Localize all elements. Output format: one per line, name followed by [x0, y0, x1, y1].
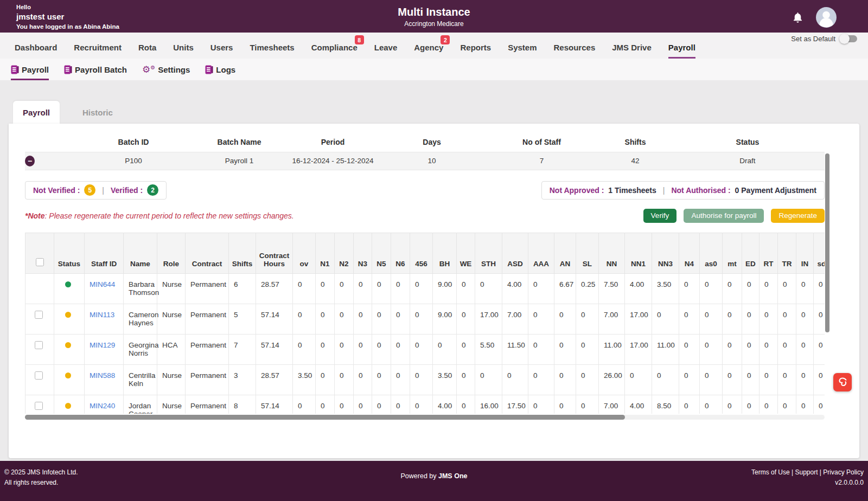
verified-label: Verified : — [111, 186, 143, 195]
staff-col-name: Name — [124, 233, 157, 273]
notifications-bell-icon[interactable] — [792, 11, 804, 24]
set-default-toggle[interactable] — [841, 35, 857, 42]
staff-value-cell-N5: 0 — [372, 364, 391, 395]
username-text: jmstest user — [16, 12, 119, 22]
staff-value-cell-ov: 0 — [293, 334, 316, 364]
vertical-scrollbar-thumb[interactable] — [825, 153, 829, 332]
nav-item-timesheets[interactable]: Timesheets — [250, 33, 294, 59]
main-nav: DashboardRecruitmentRotaUnitsUsersTimesh… — [0, 33, 868, 59]
staff-shifts-cell: 7 — [229, 334, 256, 364]
row-checkbox[interactable] — [35, 402, 43, 410]
staff-col-n4: N4 — [679, 233, 700, 273]
staff-value-cell-NN: 11.00 — [599, 334, 625, 364]
staff-col-contract-hours: Contract Hours — [256, 233, 293, 273]
authorise-for-payroll-button[interactable]: Authorise for payroll — [684, 209, 764, 223]
nav-item-payroll[interactable]: Payroll — [668, 33, 695, 59]
nav-item-agency[interactable]: Agency2 — [414, 33, 443, 59]
staff-value-cell-456: 0 — [410, 304, 433, 334]
nav-item-reports[interactable]: Reports — [460, 33, 491, 59]
staff-value-cell-WE: 0 — [457, 395, 475, 414]
staff-contract-cell: Permanent — [186, 273, 229, 304]
staff-value-cell-NN1: 4.00 — [625, 273, 652, 304]
nav-item-units[interactable]: Units — [173, 33, 194, 59]
staff-value-cell-N6: 0 — [391, 395, 410, 414]
row-checkbox[interactable] — [35, 371, 43, 380]
staff-col-sl: SL — [576, 233, 599, 273]
toggle-knob — [839, 34, 850, 44]
staff-row-MIN240: MIN240Jordan CooperNursePermanent857.140… — [25, 395, 825, 414]
subnav-item-settings[interactable]: ⚙⚙Settings — [142, 59, 190, 80]
regenerate-button[interactable]: Regenerate — [771, 209, 825, 223]
staff-contract-hours-cell: 57.14 — [256, 304, 293, 334]
note-and-actions-row: *Note: Please regenerate the current per… — [25, 209, 825, 223]
staff-value-cell-AAA: 0 — [528, 364, 554, 395]
staff-contract-cell: Permanent — [186, 334, 229, 364]
nav-item-dashboard[interactable]: Dashboard — [15, 33, 57, 59]
staff-name-cell: Cameron Haynes — [124, 304, 157, 334]
staff-id-link[interactable]: MIN113 — [90, 311, 114, 319]
staff-value-cell-BH: 4.00 — [433, 395, 457, 414]
verify-button[interactable]: Verify — [643, 209, 677, 223]
nav-item-label: Rota — [138, 43, 156, 52]
version-text: v2.0.0.0.0 — [751, 478, 864, 488]
user-avatar[interactable] — [816, 7, 837, 28]
privacy-policy-link[interactable]: Privacy Policy — [823, 468, 864, 476]
subnav-item-label: Logs — [216, 65, 235, 74]
staff-value-cell-RT: 0 — [760, 364, 778, 395]
staff-col-n1: N1 — [316, 233, 335, 273]
staff-value-cell-N5: 0 — [372, 395, 391, 414]
staff-col-sd: sd — [814, 233, 825, 273]
staff-value-cell-N1: 0 — [316, 334, 335, 364]
staff-contract-hours-cell: 28.57 — [256, 364, 293, 395]
status-dot-green — [65, 281, 71, 287]
chat-widget-button[interactable] — [833, 373, 852, 391]
subnav-item-logs[interactable]: Logs — [205, 59, 235, 80]
staff-name-cell: Jordan Cooper — [124, 395, 157, 414]
nav-item-recruitment[interactable]: Recruitment — [74, 33, 122, 59]
tab-payroll[interactable]: Payroll — [13, 101, 60, 124]
nav-item-compliance[interactable]: Compliance8 — [311, 33, 358, 59]
horizontal-scrollbar-track[interactable] — [25, 415, 825, 420]
staff-value-cell-WE: 0 — [457, 334, 475, 364]
staff-value-cell-N6: 0 — [391, 304, 410, 334]
horizontal-scrollbar-thumb[interactable] — [25, 415, 625, 420]
nav-item-system[interactable]: System — [508, 33, 537, 59]
staff-value-cell-N4: 0 — [679, 304, 700, 334]
status-dot-yellow — [65, 372, 71, 378]
staff-col-tr: TR — [778, 233, 796, 273]
subnav-item-payroll-batch[interactable]: Payroll Batch — [64, 59, 127, 80]
terms-of-use-link[interactable]: Terms of Use — [751, 468, 790, 476]
nav-item-users[interactable]: Users — [210, 33, 233, 59]
staff-col-in: IN — [796, 233, 814, 273]
staff-value-cell-NN: 7.00 — [599, 395, 625, 414]
nav-item-resources[interactable]: Resources — [554, 33, 596, 59]
staff-value-cell-SL: 0.25 — [576, 273, 599, 304]
staff-id-link[interactable]: MIN644 — [90, 280, 115, 288]
staff-id-link[interactable]: MIN588 — [90, 371, 115, 380]
batch-expand-header — [25, 132, 74, 152]
staff-value-cell-NN: 7.00 — [599, 304, 625, 334]
batch-col-batch-id: Batch ID — [74, 132, 193, 152]
nav-item-rota[interactable]: Rota — [138, 33, 156, 59]
row-checkbox[interactable] — [35, 311, 43, 319]
staff-value-cell-TR: 0 — [778, 395, 796, 414]
tab-historic[interactable]: Historic — [73, 101, 123, 124]
staff-value-cell-N5: 0 — [372, 334, 391, 364]
support-link[interactable]: Support — [795, 468, 818, 476]
row-checkbox[interactable] — [35, 341, 43, 349]
staff-col-an: AN — [554, 233, 576, 273]
status-dot-yellow — [65, 403, 71, 409]
select-all-checkbox[interactable] — [36, 258, 44, 266]
subnav-item-label: Payroll — [22, 65, 49, 74]
staff-id-link[interactable]: MIN129 — [90, 341, 115, 349]
batch-row[interactable]: − P100 Payroll 1 16-12-2024 - 25-12-2024… — [25, 152, 825, 170]
nav-item-leave[interactable]: Leave — [374, 33, 398, 59]
not-verified-label: Not Verified : — [33, 186, 80, 195]
settings-gears-icon: ⚙⚙ — [142, 65, 155, 74]
nav-item-jms-drive[interactable]: JMS Drive — [612, 33, 652, 59]
collapse-minus-button[interactable]: − — [25, 156, 35, 166]
staff-id-link[interactable]: MIN240 — [90, 402, 115, 410]
content-area: Payroll Historic Batch ID Batch Name Per… — [0, 80, 868, 461]
staff-table-viewport: StatusStaff IDNameRoleContractShiftsCont… — [25, 233, 825, 414]
subnav-item-payroll[interactable]: Payroll — [11, 59, 49, 80]
